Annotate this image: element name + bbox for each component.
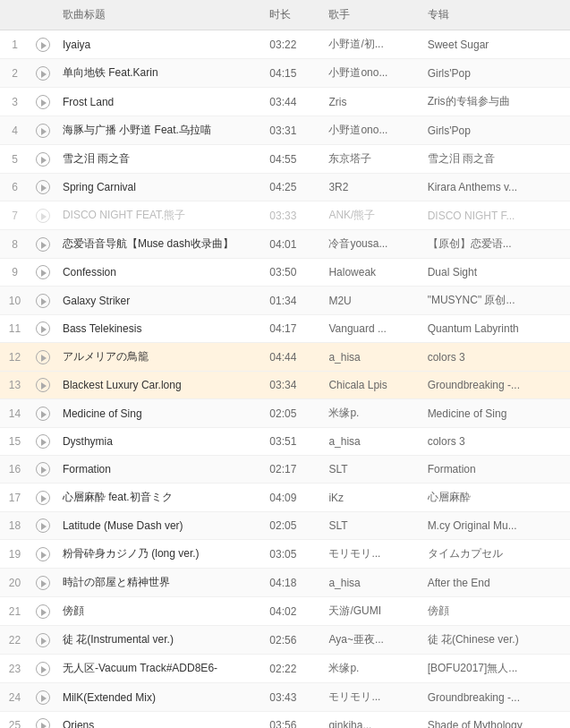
row-album: Quantum Labyrinth: [422, 315, 570, 343]
play-button[interactable]: [36, 321, 50, 336]
play-button[interactable]: [36, 633, 50, 647]
table-row[interactable]: 21 傍顔 04:02 天游/GUMI 傍顔: [0, 597, 570, 626]
row-num: 21: [0, 597, 30, 626]
table-row[interactable]: 6 Spring Carnival 04:25 3R2 Kirara Anthe…: [0, 174, 570, 201]
row-title: 雪之泪 雨之音: [57, 145, 264, 174]
row-title: Spring Carnival: [57, 174, 264, 201]
row-num: 23: [0, 655, 30, 683]
row-title: Bass Telekinesis: [57, 315, 264, 343]
table-row[interactable]: 14 Medicine of Sing 02:05 米缘p. Medicine …: [0, 399, 570, 428]
row-play[interactable]: [30, 59, 57, 88]
row-artist: 米缘p.: [323, 399, 421, 428]
play-button[interactable]: [36, 378, 50, 392]
table-row[interactable]: 22 徒 花(Instrumental ver.) 02:56 Aya~亜夜..…: [0, 626, 570, 655]
play-button[interactable]: [36, 66, 50, 81]
play-button[interactable]: [36, 518, 50, 533]
table-row[interactable]: 12 アルメリアの鳥籠 04:44 a_hisa colors 3: [0, 343, 570, 372]
play-button[interactable]: [36, 38, 50, 52]
play-button[interactable]: [36, 294, 50, 308]
music-list: 歌曲标题 时长 歌手 专辑 1 Iyaiya 03:22 小野道/初... Sw…: [0, 0, 570, 728]
play-button[interactable]: [36, 718, 50, 728]
table-row[interactable]: 1 Iyaiya 03:22 小野道/初... Sweet Sugar: [0, 30, 570, 59]
row-play[interactable]: [30, 512, 57, 540]
row-title: Galaxy Striker: [57, 287, 264, 315]
row-album: DISCO NIGHT F...: [422, 201, 570, 230]
table-row[interactable]: 4 海豚与广播 小野道 Feat.乌拉喵 03:31 小野道ono... Gir…: [0, 116, 570, 145]
table-row[interactable]: 2 单向地铁 Feat.Karin 04:15 小野道ono... Girls'…: [0, 59, 570, 88]
table-row[interactable]: 19 粉骨砕身カジノ乃 (long ver.) 03:05 モリモリ... タイ…: [0, 540, 570, 569]
row-play[interactable]: [30, 428, 57, 456]
row-play[interactable]: [30, 88, 57, 116]
row-play[interactable]: [30, 683, 57, 712]
play-button[interactable]: [36, 95, 50, 109]
table-row[interactable]: 9 Confession 03:50 Haloweak Dual Sight: [0, 259, 570, 287]
row-num: 13: [0, 372, 30, 399]
table-row[interactable]: 13 Blackest Luxury Car.long 03:34 Chical…: [0, 372, 570, 399]
row-play[interactable]: [30, 626, 57, 655]
header-album: 专辑: [422, 0, 570, 30]
row-artist: Zris: [323, 88, 421, 116]
row-play[interactable]: [30, 201, 57, 230]
row-play[interactable]: [30, 456, 57, 484]
table-row[interactable]: 23 无人区-Vacuum Track#ADD8E6- 02:22 米缘p. […: [0, 655, 570, 683]
play-button[interactable]: [36, 662, 50, 676]
row-play[interactable]: [30, 712, 57, 729]
play-button[interactable]: [36, 462, 50, 476]
table-row[interactable]: 5 雪之泪 雨之音 04:55 东京塔子 雪之泪 雨之音: [0, 145, 570, 174]
play-button[interactable]: [36, 547, 50, 561]
row-duration: 02:17: [264, 456, 323, 484]
header-title: 歌曲标题: [57, 0, 264, 30]
play-button[interactable]: [36, 576, 50, 590]
table-row[interactable]: 16 Formation 02:17 SLT Formation: [0, 456, 570, 484]
header-duration: 时长: [264, 0, 323, 30]
table-row[interactable]: 10 Galaxy Striker 01:34 M2U "MUSYNC" 原创.…: [0, 287, 570, 315]
row-play[interactable]: [30, 343, 57, 372]
table-row[interactable]: 15 Dysthymia 03:51 a_hisa colors 3: [0, 428, 570, 456]
row-artist: iKz: [323, 484, 421, 512]
row-play[interactable]: [30, 174, 57, 201]
row-album: タイムカプセル: [422, 540, 570, 569]
row-artist: 冷音yousa...: [323, 230, 421, 259]
row-play[interactable]: [30, 569, 57, 597]
row-play[interactable]: [30, 540, 57, 569]
play-button[interactable]: [36, 180, 50, 194]
row-play[interactable]: [30, 655, 57, 683]
row-duration: 03:34: [264, 372, 323, 399]
table-row[interactable]: 7 DISCO NIGHT FEAT.熊子 03:33 ANK/熊子 DISCO…: [0, 201, 570, 230]
row-play[interactable]: [30, 145, 57, 174]
table-row[interactable]: 24 MilK(Extended Mix) 03:43 モリモリ... Grou…: [0, 683, 570, 712]
play-button[interactable]: [36, 237, 50, 252]
row-play[interactable]: [30, 287, 57, 315]
table-row[interactable]: 18 Latitude (Muse Dash ver) 02:05 SLT M.…: [0, 512, 570, 540]
header-artist: 歌手: [323, 0, 421, 30]
row-play[interactable]: [30, 30, 57, 59]
play-button[interactable]: [36, 265, 50, 279]
table-row[interactable]: 25 Oriens 03:56 ginkiha... Shade of Myth…: [0, 712, 570, 729]
row-play[interactable]: [30, 484, 57, 512]
play-button[interactable]: [36, 350, 50, 364]
table-row[interactable]: 20 時計の部屋と精神世界 04:18 a_hisa After the End: [0, 569, 570, 597]
row-play[interactable]: [30, 230, 57, 259]
row-album: 【原创】恋爱语...: [422, 230, 570, 259]
play-button[interactable]: [36, 152, 50, 167]
play-button[interactable]: [36, 604, 50, 619]
row-play[interactable]: [30, 315, 57, 343]
table-row[interactable]: 3 Frost Land 03:44 Zris Zris的专辑参与曲: [0, 88, 570, 116]
play-button[interactable]: [36, 209, 50, 223]
play-button[interactable]: [36, 491, 50, 505]
row-play[interactable]: [30, 372, 57, 399]
play-button[interactable]: [36, 434, 50, 449]
row-play[interactable]: [30, 116, 57, 145]
row-duration: 03:05: [264, 540, 323, 569]
play-button[interactable]: [36, 690, 50, 705]
row-album: "MUSYNC" 原创...: [422, 287, 570, 315]
table-row[interactable]: 8 恋爱语音导航【Muse dash收录曲】 04:01 冷音yousa... …: [0, 230, 570, 259]
row-play[interactable]: [30, 597, 57, 626]
table-row[interactable]: 11 Bass Telekinesis 04:17 Vanguard ... Q…: [0, 315, 570, 343]
music-table: 歌曲标题 时长 歌手 专辑 1 Iyaiya 03:22 小野道/初... Sw…: [0, 0, 570, 728]
table-row[interactable]: 17 心層麻酔 feat.初音ミク 04:09 iKz 心層麻酔: [0, 484, 570, 512]
row-play[interactable]: [30, 259, 57, 287]
play-button[interactable]: [36, 124, 50, 138]
row-play[interactable]: [30, 399, 57, 428]
play-button[interactable]: [36, 407, 50, 421]
